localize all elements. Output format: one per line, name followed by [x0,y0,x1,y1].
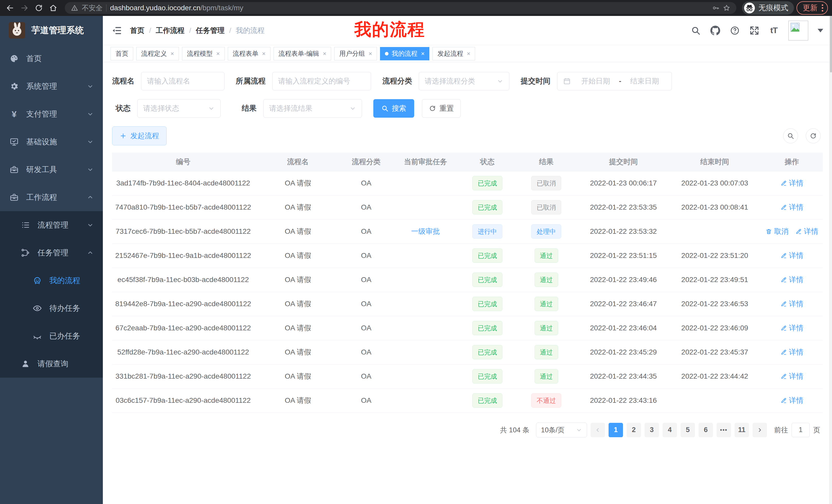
tab-process-form-edit[interactable]: 流程表单-编辑× [274,47,331,60]
tab-label: 首页 [115,49,128,58]
sidebar-item-workflow[interactable]: 工作流程 [0,184,103,211]
browser-menu-icon[interactable] [822,4,823,11]
sidebar-item-my-process[interactable]: 我的流程 [0,267,103,295]
detail-link[interactable]: 详情 [780,202,803,212]
edit-icon [780,397,787,404]
page-button-1[interactable]: 1 [608,423,623,437]
help-icon[interactable] [730,25,740,36]
tab-label: 我的流程 [392,49,417,58]
chevron-down-icon [576,427,582,433]
avatar-caret-icon[interactable] [817,29,823,32]
search-icon[interactable] [691,25,701,36]
close-icon[interactable]: × [262,50,266,57]
url-bar[interactable]: 不安全 dashboard.yudao.iocoder.cn/bpm/task/… [65,2,736,14]
breadcrumb-item[interactable]: 首页 [130,26,145,35]
goto-suffix: 页 [813,425,820,435]
github-icon[interactable] [710,25,721,36]
next-page-button[interactable] [753,423,767,437]
search-button[interactable]: 搜索 [373,99,414,118]
bookmark-star-icon[interactable] [723,4,730,11]
result-badge: 不通过 [531,393,561,408]
breadcrumb-item[interactable]: 工作流程 [156,26,185,35]
page-button-6[interactable]: 6 [699,423,713,437]
status-select[interactable]: 请选择状态 [137,99,220,118]
tab-process-form[interactable]: 流程表单× [228,47,270,60]
avatar[interactable] [788,21,808,40]
cell-status: 已完成 [460,268,514,292]
detail-link[interactable]: 详情 [780,251,803,260]
close-icon[interactable]: × [368,50,372,57]
cell-id: 3ad174fb-7b9d-11ec-8404-acde48001122 [112,171,254,195]
cell-actions: 详情 [761,340,823,364]
edit-icon [780,276,787,283]
breadcrumb-item[interactable]: 任务管理 [196,26,225,35]
filter-name-label: 流程名 [112,76,134,86]
page-ellipsis[interactable]: ••• [717,423,731,437]
table-row: 2152467e-7b9b-11ec-9a1b-acde48001122OA 请… [112,244,823,268]
tab-process-def[interactable]: 流程定义× [136,47,179,60]
page-button-4[interactable]: 4 [662,423,677,437]
prev-page-button[interactable] [591,423,605,437]
detail-link[interactable]: 详情 [795,227,818,236]
tab-process-model[interactable]: 流程模型× [182,47,225,60]
detail-link[interactable]: 详情 [780,299,803,309]
detail-link[interactable]: 详情 [780,347,803,357]
cell-result: 通过 [514,244,578,268]
cancel-link[interactable]: 取消 [765,227,788,236]
browser-update-button[interactable]: 更新 [797,1,828,15]
tab-my-process[interactable]: 我的流程× [380,47,430,60]
browser-reload-icon[interactable] [33,2,45,14]
sidebar-item-devtools[interactable]: 研发工具 [0,156,103,184]
close-icon[interactable]: × [216,50,220,57]
page-size-select[interactable]: 10条/页 [536,423,587,438]
task-link[interactable]: 一级审批 [411,227,440,236]
tab-start-process[interactable]: 发起流程× [433,47,475,60]
detail-link[interactable]: 详情 [780,178,803,188]
column-header: 状态 [460,152,514,171]
page-button-2[interactable]: 2 [627,423,641,437]
page-button-5[interactable]: 5 [681,423,695,437]
cell-status: 已完成 [460,195,514,219]
sidebar-item-home[interactable]: 首页 [0,45,103,73]
app-logo-row[interactable]: 芋道管理系统 [0,16,103,45]
browser-forward-icon[interactable] [19,2,30,14]
sidebar-item-done-tasks[interactable]: 已办任务 [0,322,103,350]
detail-link[interactable]: 详情 [780,371,803,381]
sidebar-item-process-mgmt[interactable]: 流程管理 [0,211,103,239]
sidebar-item-infra[interactable]: 基础设施 [0,128,103,156]
sidebar-item-payment[interactable]: ¥支付管理 [0,100,103,128]
tab-user-group[interactable]: 用户分组× [334,47,377,60]
browser-home-icon[interactable] [47,2,59,14]
close-icon[interactable]: × [467,50,470,57]
tab-home[interactable]: 首页 [110,47,133,60]
page-button-3[interactable]: 3 [645,423,659,437]
sidebar-item-todo-tasks[interactable]: 待办任务 [0,295,103,322]
browser-back-icon[interactable] [4,2,16,14]
key-icon[interactable] [712,4,719,11]
sidebar-item-task-mgmt[interactable]: 任务管理 [0,239,103,267]
close-icon[interactable]: × [171,50,174,57]
start-process-button[interactable]: 发起流程 [112,127,166,145]
scrollbar[interactable] [829,16,832,504]
sidebar-item-leave-query[interactable]: 请假查询 [0,350,103,377]
sidebar-fold-icon[interactable] [111,25,123,36]
page-button-11[interactable]: 11 [734,423,749,437]
process-definition-input[interactable]: 请输入流程定义的编号 [272,72,371,90]
refresh-table-button[interactable] [806,129,821,143]
detail-link[interactable]: 详情 [780,396,803,405]
close-icon[interactable]: × [421,50,424,57]
process-category-select[interactable]: 请选择流程分类 [419,72,509,90]
detail-link[interactable]: 详情 [780,275,803,285]
result-select[interactable]: 请选择流结果 [263,99,362,118]
show-search-button[interactable] [783,129,798,143]
goto-page-input[interactable] [791,423,810,437]
submit-time-range-picker[interactable]: 开始日期 - 结束日期 [557,72,672,90]
process-table: 编号流程名流程分类当前审批任务状态结果提交时间结束时间操作 3ad174fb-7… [112,152,823,413]
fullscreen-icon[interactable] [749,25,759,36]
sidebar-item-system[interactable]: 系统管理 [0,73,103,100]
detail-link[interactable]: 详情 [780,323,803,333]
process-name-input[interactable]: 请输入流程名 [141,72,225,90]
close-icon[interactable]: × [323,50,326,57]
font-size-icon[interactable]: tT [769,25,779,36]
reset-button[interactable]: 重置 [422,99,461,118]
